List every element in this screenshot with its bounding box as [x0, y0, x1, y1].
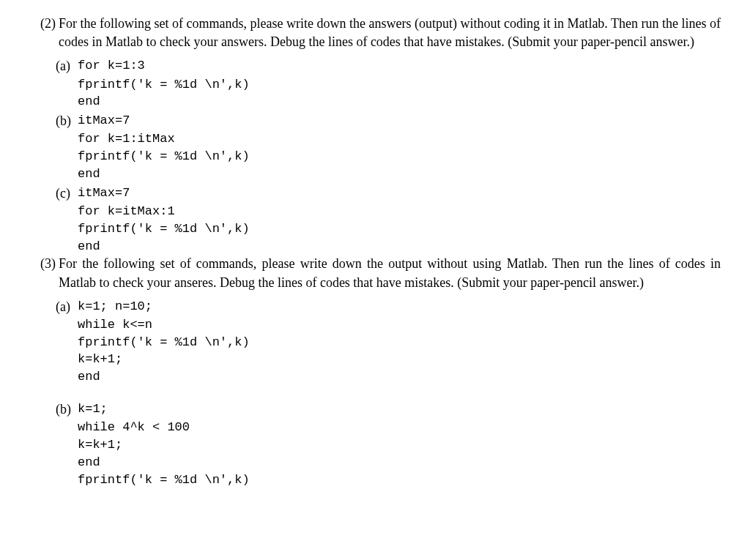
q3b-code-line4: end: [78, 454, 721, 471]
q3-part-b: (b) k=1;: [56, 400, 721, 419]
q2a-code-line1: for k=1:3: [78, 57, 145, 75]
q2-part-c: (c) itMax=7: [56, 184, 721, 203]
question-2-number: (2): [29, 15, 59, 51]
q2b-code-line1: itMax=7: [78, 112, 130, 130]
blank-line: [29, 386, 721, 399]
q3-part-a: (a) k=1; n=10;: [56, 298, 721, 316]
question-3-number: (3): [29, 255, 59, 291]
q2c-code-line2: for k=itMax:1: [78, 203, 721, 220]
q2a-code-line2: fprintf('k = %1d \n',k): [78, 76, 721, 94]
q3a-code-line2: while k<=n: [78, 316, 721, 334]
q2b-code-line4: end: [78, 165, 721, 183]
question-2: (2) For the following set of commands, p…: [29, 15, 721, 51]
q3a-code-line1: k=1; n=10;: [78, 298, 152, 316]
q3b-code-line3: k=k+1;: [78, 436, 721, 454]
q2a-label: (a): [56, 57, 78, 75]
q2b-code-line3: fprintf('k = %1d \n',k): [78, 148, 721, 165]
q2b-label: (b): [56, 112, 78, 130]
q3a-code-line5: end: [78, 368, 721, 386]
question-2-prompt: For the following set of commands, pleas…: [59, 15, 721, 51]
q2-part-b: (b) itMax=7: [56, 112, 721, 130]
q2c-code-line3: fprintf('k = %1d \n',k): [78, 220, 721, 238]
q2b-code-line2: for k=1:itMax: [78, 130, 721, 148]
q3a-code-line4: k=k+1;: [78, 351, 721, 368]
q2c-code-line1: itMax=7: [78, 184, 130, 203]
q3a-code-line3: fprintf('k = %1d \n',k): [78, 334, 721, 351]
q3a-label: (a): [56, 298, 78, 316]
question-3-prompt: For the following set of commands, pleas…: [59, 255, 721, 291]
q2c-code-line4: end: [78, 238, 721, 255]
q3b-code-line2: while 4^k < 100: [78, 419, 721, 436]
q2c-label: (c): [56, 184, 78, 203]
question-3: (3) For the following set of commands, p…: [29, 255, 721, 291]
q3b-label: (b): [56, 400, 78, 419]
q2-part-a: (a) for k=1:3: [56, 57, 721, 75]
q2a-code-line3: end: [78, 93, 721, 111]
q3b-code-line5: fprintf('k = %1d \n',k): [78, 471, 721, 489]
q3b-code-line1: k=1;: [78, 400, 108, 419]
